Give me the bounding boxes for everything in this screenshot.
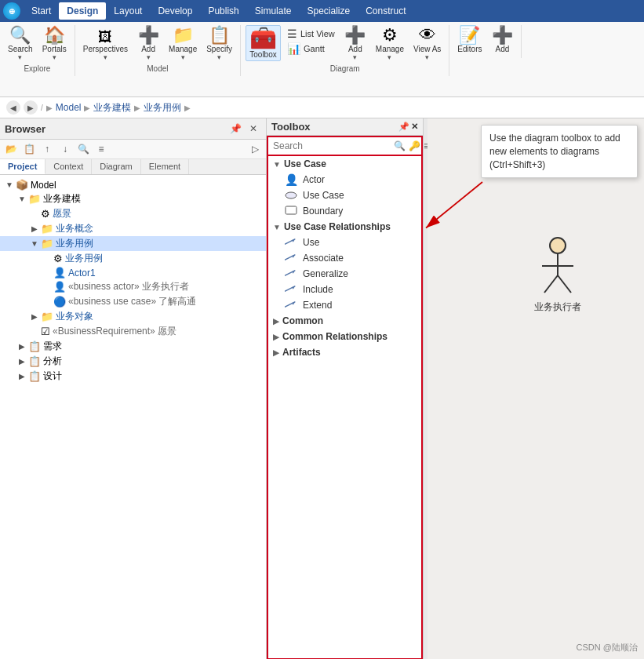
toolbox-section-common[interactable]: ▶Common [268,313,421,329]
tree-item-sj[interactable]: ▶📋设计 [0,369,266,384]
browser-tab-diagram[interactable]: Diagram [92,159,141,174]
ribbon-btn-list-view[interactable]: ☰ List View [284,27,338,41]
browser-tb-expand[interactable]: ▷ [247,141,263,157]
toolbox-item-associate[interactable]: Associate [268,250,421,266]
tree-item-fx[interactable]: ▶📋分析 [0,354,266,369]
right-area: Toolbox 📌 ✕ 🔍 🔑 ≡ ▼Use Case👤ActorUse Cas… [267,118,644,659]
tree-toggle[interactable]: ▼ [16,195,28,203]
menu-item-layout[interactable]: Layout [106,2,150,20]
diagram-actor[interactable]: 业务执行者 [534,236,581,314]
tree-label: «business use case» 了解高通 [68,295,196,308]
ribbon-perspectives-label: Perspectives [83,45,128,53]
menu-item-develop[interactable]: Develop [150,2,200,20]
menu-item-publish[interactable]: Publish [200,2,246,20]
toolbox-section-common-rel[interactable]: ▶Common Relationships [268,329,421,344]
browser-close-btn[interactable]: ✕ [246,121,261,137]
browser-tab-context[interactable]: Context [45,159,92,174]
tree-toggle[interactable]: ▼ [28,239,41,248]
tree-toggle[interactable]: ▶ [16,357,28,366]
section-label: Use Case Relationships [284,221,391,232]
use-case-icon [284,189,298,202]
tree-item-yw-gn[interactable]: ▶📁业务概念 [0,221,266,236]
app-logo[interactable]: ⊕ [3,2,20,20]
ribbon-btn-editors[interactable]: 📝 Editors [454,25,485,55]
toolbox-item-actor[interactable]: 👤Actor [268,172,421,188]
tree-label: 设计 [43,370,62,383]
tree-toggle[interactable]: ▶ [28,312,41,321]
addr-ywjm[interactable]: 业务建模 [93,101,131,115]
toolbox-item-extend[interactable]: Extend [268,297,421,313]
toolbox-pin-btn[interactable]: 📌 [398,122,409,132]
list-view-label: List View [300,29,335,38]
toolbox-item-use-case[interactable]: Use Case [268,188,421,203]
use-case-label: Use Case [303,190,344,201]
ribbon-btn-perspectives[interactable]: 🖼 Perspectives ▾ [80,28,131,63]
ribbon-btn-manage-diagram[interactable]: ⚙ Manage ▾ [373,25,407,63]
menu-item-construct[interactable]: Construct [358,2,413,20]
browser-tb-btn3[interactable]: ↑ [39,141,55,157]
ribbon-btn-manage[interactable]: 📁 Manage ▾ [166,25,200,63]
browser-tb-btn4[interactable]: ↓ [57,141,73,157]
browser-tb-btn6[interactable]: ≡ [93,141,109,157]
menu-item-specialize[interactable]: Specialize [299,2,358,20]
toolbox-item-boundary[interactable]: Boundary [268,203,421,219]
tree-label: Model [31,180,56,191]
toolbox-search-input[interactable] [273,140,391,151]
section-label: Artifacts [282,347,321,358]
browser-tabs: ProjectContextDiagramElement [0,159,266,175]
extend-icon [284,299,298,311]
tree-label: «BusinessRequirement» 愿景 [53,325,176,338]
toolbox-section-use-case[interactable]: ▼Use Case [268,156,421,172]
toolbox-item-generalize[interactable]: Generalize [268,266,421,282]
model-group-label: Model [147,64,168,73]
ribbon-specify-label: Specify [206,45,232,53]
ribbon-btn-add-model[interactable]: ➕ Add ▾ [134,25,162,63]
tree-item-ba-usecase[interactable]: 🔵«business use case» 了解高通 [0,294,266,309]
browser-tab-project[interactable]: Project [0,159,45,174]
tree-item-yw-yl2[interactable]: ⚙业务用例 [0,251,266,266]
toolbox-close-btn[interactable]: ✕ [411,122,418,132]
tree-item-xq[interactable]: ▶📋需求 [0,339,266,354]
ribbon-btn-search[interactable]: 🔍 Search ▾ [5,25,36,63]
tree-item-yy[interactable]: ⚙愿景 [0,206,266,221]
ribbon-btn-specify[interactable]: 📋 Specify ▾ [203,25,235,63]
addr-ywylje[interactable]: 业务用例 [144,101,181,115]
tree-item-yw-dxg[interactable]: ▶📁业务对象 [0,309,266,324]
tree-item-yw-jm[interactable]: ▼📁业务建模 [0,191,266,206]
browser-tb-btn2[interactable]: 📋 [21,141,37,157]
back-button[interactable]: ◀ [6,100,20,115]
ribbon-btn-view-as[interactable]: 👁 View As ▾ [410,25,444,63]
tree-item-br-yj[interactable]: ☑«BusinessRequirement» 愿景 [0,324,266,339]
toolbox-item-use[interactable]: Use [268,235,421,250]
ribbon-btn-add-right[interactable]: ➕ Add [488,25,516,55]
ribbon-btn-gantt[interactable]: 📊 Gantt [284,42,338,56]
ribbon-btn-add-diagram[interactable]: ➕ Add ▾ [341,25,369,63]
browser-tb-btn5[interactable]: 🔍 [75,141,91,157]
tree-item-yw-yl[interactable]: ▼📁业务用例 [0,236,266,251]
tree-item-actor1[interactable]: 👤Actor1 [0,266,266,279]
forward-button[interactable]: ▶ [24,100,38,115]
browser-tab-element[interactable]: Element [141,159,189,174]
toolbox-section-use-case-rel[interactable]: ▼Use Case Relationships [268,219,421,235]
tree-label: «business actor» 业务执行者 [68,280,189,293]
tree-toggle[interactable]: ▼ [3,180,16,189]
tree-toggle[interactable]: ▶ [28,224,41,233]
diagram-canvas[interactable]: 建模面板 Use the diagram toolbox to add new … [428,118,644,659]
ribbon-btn-toolbox[interactable]: 🧰 Toolbox [246,25,281,61]
add-diagram-icon: ➕ [344,27,366,44]
browser-tb-btn1[interactable]: 📂 [3,141,19,157]
tree-toggle[interactable]: ▶ [16,342,28,351]
toolbox-section-artifacts[interactable]: ▶Artifacts [268,344,421,360]
tree-item-ba-actor[interactable]: 👤«business actor» 业务执行者 [0,279,266,294]
ribbon-btn-portals[interactable]: 🏠 Portals ▾ [39,25,70,63]
browser-pin-btn[interactable]: 📌 [227,121,243,137]
tree-toggle[interactable]: ▶ [16,372,28,380]
menu-item-simulate[interactable]: Simulate [247,2,300,20]
tree-item-model[interactable]: ▼📦Model [0,178,266,191]
perspectives-icon: 🖼 [98,30,112,44]
tree-icon: 🔵 [53,296,66,308]
toolbox-item-include[interactable]: Include [268,282,421,297]
addr-model[interactable]: Model [56,102,82,113]
menu-item-start[interactable]: Start [24,2,59,20]
menu-item-design[interactable]: Design [59,2,106,20]
